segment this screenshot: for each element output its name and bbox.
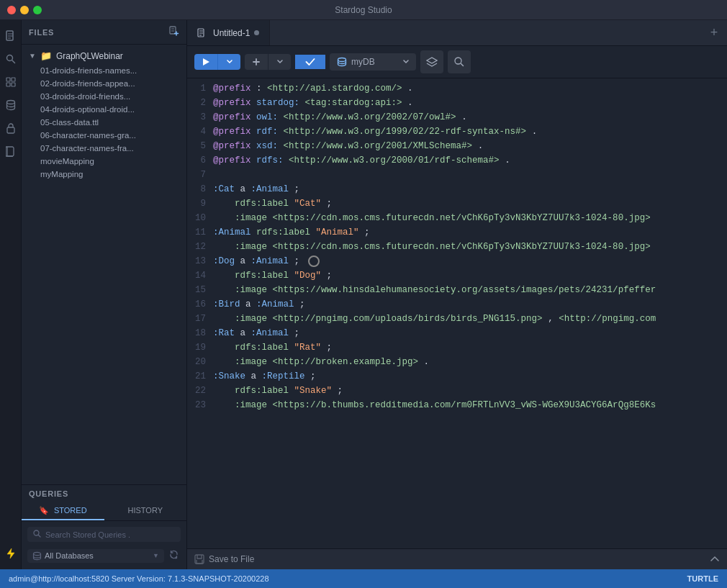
file-item-0[interactable]: 01-droids-friends-names... [22,64,186,77]
svg-point-9 [34,530,39,535]
save-bar: Save to File [187,548,727,569]
code-line-13: 13 :Dog a :Animal ; [187,254,727,268]
tab-add-button[interactable]: + [701,20,727,46]
minimize-button[interactable] [20,6,29,14]
queries-header: QUERIES [22,485,186,502]
add-dropdown-button[interactable] [268,54,291,70]
code-line-1: 1 @prefix : <http://api.stardog.com/> . [187,81,727,96]
file-panel-title: FILES [29,28,54,37]
add-button[interactable] [245,54,268,70]
svg-point-12 [338,58,346,62]
svg-rect-4 [6,83,10,86]
tabs-bar: Untitled-1 + [187,20,727,46]
maximize-button[interactable] [33,6,42,14]
db-name: myDB [351,57,375,67]
sidebar-item-search[interactable] [1,49,21,69]
code-line-17: 17 :image <http://pngimg.com/uploads/bir… [187,312,727,326]
run-dropdown-button[interactable] [217,54,240,70]
search-box [27,527,181,542]
status-right: TURTLE [687,574,718,583]
code-line-4: 4 @prefix rdf: <http://www.w3.org/1999/0… [187,125,727,139]
svg-rect-8 [170,27,176,34]
code-line-9: 9 rdfs:label "Cat" ; [187,196,727,211]
code-line-19: 19 rdfs:label "Rat" ; [187,340,727,355]
layers-button[interactable] [420,50,443,73]
bookmark-icon: 🔖 [39,506,49,515]
check-button[interactable] [295,55,325,69]
sidebar-item-book[interactable] [1,141,21,161]
code-line-14: 14 rdfs:label "Dog" ; [187,268,727,283]
file-item-7[interactable]: movieMapping [22,155,186,168]
tab-name: Untitled-1 [213,28,250,38]
code-line-21: 21 :Snake a :Reptile ; [187,369,727,384]
db-filter-select[interactable]: All Databases ▼ [27,549,164,563]
sidebar-item-document[interactable] [1,26,21,46]
search-icon [33,530,41,539]
title-bar: Stardog Studio [0,0,727,20]
main-layout: FILES ▼ 📁 GraphQLWebinar 01-droids-frien… [0,20,727,569]
code-editor[interactable]: 1 @prefix : <http://api.stardog.com/> . … [187,78,727,548]
search-stored-queries-input[interactable] [45,530,175,539]
code-line-8: 8 :Cat a :Animal ; [187,182,727,196]
svg-rect-7 [7,127,14,133]
file-item-3[interactable]: 04-droids-optional-droid... [22,103,186,116]
run-button-group [194,54,240,70]
tab-modified-dot [254,30,259,35]
svg-point-6 [6,101,14,104]
folder-graphqlwebinar[interactable]: ▼ 📁 GraphQLWebinar [22,48,186,64]
refresh-button[interactable] [167,548,181,564]
code-line-5: 5 @prefix xsd: <http://www.w3.org/2001/X… [187,139,727,153]
file-panel-header: FILES [22,20,186,45]
tab-untitled-1[interactable]: Untitled-1 [187,20,270,45]
file-item-6[interactable]: 07-character-names-fra... [22,142,186,155]
sidebar-item-grid[interactable] [1,72,21,92]
sidebar-item-lightning[interactable] [1,543,21,564]
folder-name: GraphQLWebinar [56,51,123,61]
queries-section: QUERIES 🔖 STORED HISTORY [22,484,186,569]
code-line-12: 12 :image <https://cdn.mos.cms.futurecdn… [187,240,727,254]
code-line-16: 16 :Bird a :Animal ; [187,297,727,312]
window-controls [7,6,42,14]
code-line-2: 2 @prefix stardog: <tag:stardog:api:> . [187,96,727,110]
close-button[interactable] [7,6,16,14]
svg-rect-3 [12,78,15,81]
main-content: Untitled-1 + [187,20,727,569]
code-line-20: 20 :image <http://broken.example.jpg> . [187,355,727,369]
code-line-18: 18 :Rat a :Animal ; [187,326,727,340]
db-filter: All Databases ▼ [27,548,181,564]
expand-button[interactable] [710,553,720,565]
tab-history[interactable]: HISTORY [104,502,187,520]
file-item-2[interactable]: 03-droids-droid-friends... [22,90,186,103]
file-item-4[interactable]: 05-class-data.ttl [22,116,186,129]
code-line-3: 3 @prefix owl: <http://www.w3.org/2002/0… [187,110,727,125]
chevron-down-icon: ▼ [153,552,159,559]
icon-sidebar [0,20,22,569]
database-selector[interactable]: myDB [330,53,416,71]
app-title: Stardog Studio [335,5,392,15]
status-bar: admin@http://localhost:5820 Server Versi… [0,569,727,588]
queries-tabs: 🔖 STORED HISTORY [22,502,186,521]
code-line-7: 7 [187,168,727,182]
svg-point-13 [455,58,461,64]
file-item-5[interactable]: 06-character-names-gra... [22,129,186,142]
code-line-6: 6 @prefix rdfs: <http://www.w3.org/2000/… [187,153,727,168]
tab-stored[interactable]: 🔖 STORED [22,502,104,520]
add-button-group [245,54,291,70]
run-button[interactable] [194,54,217,70]
db-filter-label: All Databases [45,551,94,560]
file-item-8[interactable]: myMapping [22,168,186,181]
code-line-10: 10 :image <https://cdn.mos.cms.futurecdn… [187,211,727,225]
svg-point-10 [34,552,41,555]
save-label: Save to File [209,554,254,564]
folder-icon: 📁 [40,50,52,61]
folder-arrow-icon: ▼ [29,52,36,60]
save-to-file-button[interactable]: Save to File [194,554,254,564]
file-list: ▼ 📁 GraphQLWebinar 01-droids-friends-nam… [22,45,186,484]
sidebar-item-database[interactable] [1,95,21,115]
search-button[interactable] [448,50,471,73]
sidebar-item-lock[interactable] [1,118,21,138]
code-line-15: 15 :image <https://www.hinsdalehumanesoc… [187,283,727,297]
file-item-1[interactable]: 02-droids-friends-appea... [22,77,186,90]
new-file-button[interactable] [169,26,179,38]
status-left: admin@http://localhost:5820 Server Versi… [9,574,269,583]
